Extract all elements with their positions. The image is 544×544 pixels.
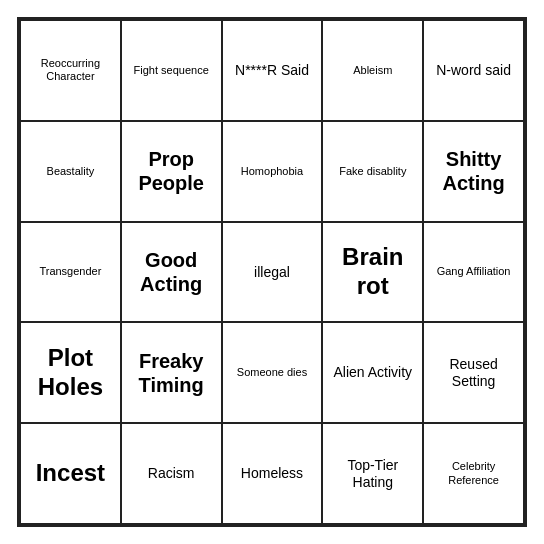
cell-label-4: N-word said: [436, 62, 511, 79]
cell-label-18: Alien Activity: [333, 364, 412, 381]
cell-label-12: illegal: [254, 264, 290, 281]
cell-label-19: Reused Setting: [428, 356, 519, 390]
cell-label-23: Top-Tier Hating: [327, 457, 418, 491]
bingo-cell-2[interactable]: N****R Said: [222, 20, 323, 121]
cell-label-13: Brain rot: [327, 243, 418, 301]
bingo-cell-21[interactable]: Racism: [121, 423, 222, 524]
cell-label-6: Prop People: [126, 147, 217, 195]
cell-label-10: Transgender: [39, 265, 101, 278]
cell-label-22: Homeless: [241, 465, 303, 482]
bingo-cell-0[interactable]: Reoccurring Character: [20, 20, 121, 121]
bingo-cell-6[interactable]: Prop People: [121, 121, 222, 222]
bingo-cell-15[interactable]: Plot Holes: [20, 322, 121, 423]
bingo-cell-5[interactable]: Beastality: [20, 121, 121, 222]
cell-label-11: Good Acting: [126, 248, 217, 296]
bingo-cell-13[interactable]: Brain rot: [322, 222, 423, 323]
bingo-cell-3[interactable]: Ableism: [322, 20, 423, 121]
cell-label-20: Incest: [36, 459, 105, 488]
bingo-cell-12[interactable]: illegal: [222, 222, 323, 323]
bingo-cell-10[interactable]: Transgender: [20, 222, 121, 323]
cell-label-0: Reoccurring Character: [25, 57, 116, 83]
cell-label-15: Plot Holes: [25, 344, 116, 402]
cell-label-2: N****R Said: [235, 62, 309, 79]
bingo-cell-7[interactable]: Homophobia: [222, 121, 323, 222]
bingo-cell-8[interactable]: Fake disablity: [322, 121, 423, 222]
bingo-cell-9[interactable]: Shitty Acting: [423, 121, 524, 222]
bingo-board: Reoccurring CharacterFight sequenceN****…: [17, 17, 527, 527]
bingo-cell-11[interactable]: Good Acting: [121, 222, 222, 323]
bingo-cell-4[interactable]: N-word said: [423, 20, 524, 121]
bingo-cell-20[interactable]: Incest: [20, 423, 121, 524]
cell-label-24: Celebrity Reference: [428, 460, 519, 486]
bingo-cell-24[interactable]: Celebrity Reference: [423, 423, 524, 524]
bingo-cell-23[interactable]: Top-Tier Hating: [322, 423, 423, 524]
cell-label-8: Fake disablity: [339, 165, 406, 178]
bingo-cell-19[interactable]: Reused Setting: [423, 322, 524, 423]
cell-label-7: Homophobia: [241, 165, 303, 178]
bingo-cell-16[interactable]: Freaky Timing: [121, 322, 222, 423]
bingo-cell-18[interactable]: Alien Activity: [322, 322, 423, 423]
cell-label-16: Freaky Timing: [126, 349, 217, 397]
bingo-cell-14[interactable]: Gang Affiliation: [423, 222, 524, 323]
bingo-cell-17[interactable]: Someone dies: [222, 322, 323, 423]
cell-label-3: Ableism: [353, 64, 392, 77]
cell-label-9: Shitty Acting: [428, 147, 519, 195]
cell-label-21: Racism: [148, 465, 195, 482]
cell-label-5: Beastality: [47, 165, 95, 178]
cell-label-17: Someone dies: [237, 366, 307, 379]
cell-label-14: Gang Affiliation: [437, 265, 511, 278]
bingo-cell-1[interactable]: Fight sequence: [121, 20, 222, 121]
bingo-cell-22[interactable]: Homeless: [222, 423, 323, 524]
cell-label-1: Fight sequence: [134, 64, 209, 77]
